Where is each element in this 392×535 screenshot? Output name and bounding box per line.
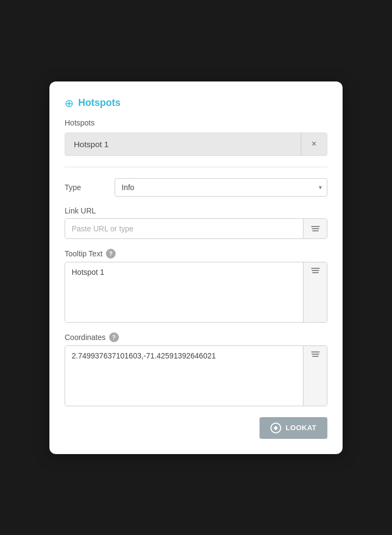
coordinates-label: Coordinates	[65, 333, 106, 342]
section-label: Hotspots	[65, 118, 327, 127]
tooltip-text-label-row: Tooltip Text ?	[65, 249, 327, 259]
hotspot-tab-close-button[interactable]: ×	[301, 133, 327, 155]
lookat-button[interactable]: LOOKAT	[260, 417, 327, 439]
hotspots-panel: ⊕ Hotspots Hotspots Hotspot 1 × Type Inf…	[49, 81, 343, 454]
coordinates-field-group: Coordinates ?	[65, 332, 327, 406]
coordinates-label-row: Coordinates ?	[65, 332, 327, 342]
panel-footer: LOOKAT	[65, 417, 327, 439]
lookat-icon	[270, 423, 281, 433]
type-select[interactable]: Info Link Custom	[115, 178, 327, 197]
tooltip-text-textarea-wrapper	[65, 262, 327, 323]
tooltip-text-field-group: Tooltip Text ?	[65, 249, 327, 323]
type-field-row: Type Info Link Custom ▾	[65, 178, 327, 197]
coordinates-help-icon[interactable]: ?	[109, 332, 119, 342]
tooltip-text-label: Tooltip Text	[65, 249, 103, 258]
link-url-field-group: Link URL	[65, 206, 327, 239]
db-icon	[311, 226, 320, 231]
tooltip-text-help-icon[interactable]: ?	[106, 249, 116, 259]
type-select-wrapper: Info Link Custom ▾	[115, 178, 327, 197]
tooltip-text-textarea[interactable]	[65, 262, 303, 322]
hotspot-tab-bar: Hotspot 1 ×	[65, 133, 327, 156]
type-field-group: Type Info Link Custom ▾	[65, 178, 327, 197]
coordinates-textarea[interactable]	[65, 346, 303, 406]
hotspot-tab[interactable]: Hotspot 1	[65, 133, 301, 155]
panel-header: ⊕ Hotspots	[65, 97, 327, 110]
link-url-input[interactable]	[65, 219, 303, 238]
link-url-db-icon-button[interactable]	[303, 219, 327, 238]
link-url-input-wrapper	[65, 218, 327, 239]
link-url-label: Link URL	[65, 206, 327, 215]
hotspot-icon: ⊕	[65, 97, 74, 110]
lookat-button-label: LOOKAT	[286, 424, 317, 432]
coordinates-db-icon	[311, 351, 320, 357]
coordinates-db-icon-button[interactable]	[303, 346, 327, 406]
type-label: Type	[65, 183, 108, 192]
coordinates-textarea-wrapper	[65, 345, 327, 406]
panel-title: Hotspots	[78, 97, 121, 109]
divider	[65, 167, 327, 167]
tooltip-text-db-icon-button[interactable]	[303, 262, 327, 322]
tooltip-db-icon	[311, 268, 320, 273]
